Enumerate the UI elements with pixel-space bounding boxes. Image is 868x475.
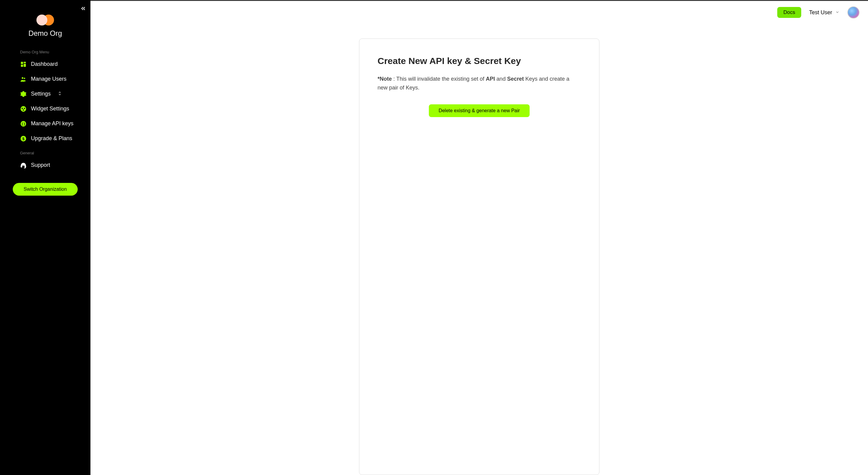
sidebar-item-label: Dashboard [31, 61, 58, 67]
note-text: : This will invalidate the existing set … [392, 76, 486, 82]
svg-point-7 [22, 108, 23, 109]
api-key-icon: { } [20, 120, 27, 127]
svg-point-6 [21, 106, 26, 111]
svg-rect-14 [21, 165, 22, 167]
chevron-down-icon [835, 10, 839, 15]
sidebar-item-settings[interactable]: Settings [0, 87, 90, 101]
gear-icon [20, 91, 27, 97]
collapse-sidebar-button[interactable] [80, 5, 86, 13]
org-logo-icon [36, 14, 54, 26]
card-title: Create New API key & Secret Key [377, 56, 581, 66]
sidebar-item-label: Settings [31, 91, 51, 97]
svg-rect-1 [24, 62, 26, 63]
docs-button[interactable]: Docs [777, 7, 801, 18]
user-menu[interactable]: Test User [809, 9, 839, 16]
svg-point-5 [24, 77, 25, 79]
svg-point-4 [22, 77, 24, 79]
chevron-updown-icon [58, 91, 62, 96]
org-name: Demo Org [29, 29, 62, 38]
svg-rect-3 [21, 64, 23, 66]
dashboard-icon [20, 61, 27, 68]
note-api-bold: API [486, 76, 495, 82]
svg-rect-0 [21, 62, 23, 64]
svg-point-8 [24, 108, 25, 109]
main-area: Docs Test User Create New API key & Secr… [90, 0, 868, 475]
sidebar-section-menu-label: Demo Org Menu [0, 47, 90, 57]
dollar-icon: $ [20, 135, 27, 142]
note-secret-bold: Secret [507, 76, 524, 82]
sidebar: Demo Org Demo Org Menu Dashboard Manage … [0, 0, 90, 475]
sidebar-item-manage-users[interactable]: Manage Users [0, 71, 90, 87]
sidebar-item-label: Manage API keys [31, 120, 73, 127]
svg-text:{ }: { } [22, 122, 25, 125]
svg-text:$: $ [22, 136, 24, 141]
sidebar-item-label: Widget Settings [31, 105, 69, 112]
svg-point-9 [23, 109, 24, 110]
sidebar-item-label: Support [31, 162, 50, 168]
sidebar-nav-general: Support [0, 158, 90, 172]
generate-api-key-button[interactable]: Delete existing & generate a new Pair [429, 104, 530, 117]
widget-icon [20, 105, 27, 112]
topbar: Docs Test User [90, 1, 868, 19]
note-bold-prefix: *Note [377, 76, 392, 82]
sidebar-item-upgrade-plans[interactable]: $ Upgrade & Plans [0, 131, 90, 146]
org-logo-block: Demo Org [0, 14, 90, 38]
note-text: and [495, 76, 507, 82]
sidebar-item-label: Upgrade & Plans [31, 135, 72, 141]
sidebar-section-general-label: General [0, 148, 90, 158]
sidebar-item-widget-settings[interactable]: Widget Settings [0, 101, 90, 116]
user-name: Test User [809, 9, 832, 16]
api-key-card: Create New API key & Secret Key *Note : … [359, 38, 599, 475]
headset-icon [20, 162, 27, 169]
sidebar-item-dashboard[interactable]: Dashboard [0, 57, 90, 71]
card-note: *Note : This will invalidate the existin… [377, 74, 581, 92]
avatar[interactable] [847, 6, 860, 19]
users-icon [20, 76, 27, 83]
sidebar-item-support[interactable]: Support [0, 158, 90, 172]
svg-rect-15 [25, 165, 26, 167]
sidebar-item-label: Manage Users [31, 76, 66, 82]
sidebar-item-manage-api-keys[interactable]: { } Manage API keys [0, 116, 90, 131]
svg-rect-2 [24, 64, 26, 67]
content: Create New API key & Secret Key *Note : … [90, 19, 868, 475]
switch-organization-button[interactable]: Switch Organization [13, 183, 78, 196]
sidebar-nav: Dashboard Manage Users Settings Widget S… [0, 57, 90, 146]
